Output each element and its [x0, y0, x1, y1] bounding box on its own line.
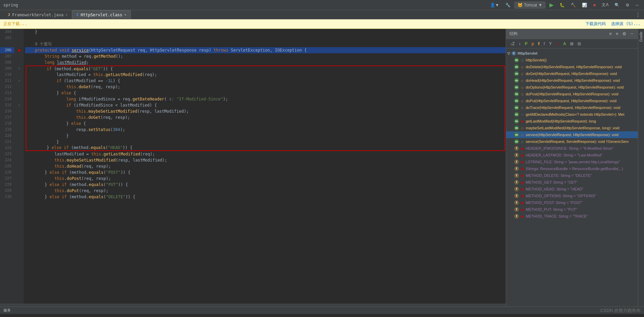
settings-btn[interactable]: ⚙: [624, 2, 631, 8]
gutter-208: [17, 59, 22, 66]
code-lines[interactable]: } 9 个重写 protected void service(HttpServl…: [24, 29, 506, 200]
line-213: } else {: [26, 90, 505, 96]
debug-btn[interactable]: 🐛: [558, 2, 567, 8]
gutter-221: [17, 139, 22, 145]
tree-item-doput[interactable]: m ◇ doPut(HttpServletRequest, HttpServle…: [506, 97, 638, 104]
tree-item-service-http[interactable]: m ◇ service(HttpServletRequest, HttpServ…: [506, 131, 638, 138]
translate-btn[interactable]: 文A: [600, 1, 610, 8]
line-numbers: 204 205 206 207 208 209 210 211 212 213 …: [0, 29, 17, 304]
tree-item-dohead[interactable]: m ◇ doHead(HttpServletRequest, HttpServl…: [506, 77, 638, 84]
tree-item-field-method-get[interactable]: f ◆ METHOD_GET: String = "GET": [506, 179, 638, 186]
tree-item-field-lstring-file[interactable]: f ◆ LSTRING_FILE: String = "javax.servle…: [506, 158, 638, 165]
tree-item-field-method-post[interactable]: f ◆ METHOD_POST: String = "POST": [506, 199, 638, 206]
tree-item-field-lstrings[interactable]: f ◆ lStrings: ResourceBundle = ResourceB…: [506, 165, 638, 172]
stop-btn[interactable]: ■: [591, 2, 598, 8]
tree-item-doget[interactable]: m ◇ doGet(HttpServletRequest, HttpServle…: [506, 70, 638, 77]
gradle-tab-btn[interactable]: Gradle: [639, 30, 644, 43]
search-btn[interactable]: 🔍: [612, 2, 622, 8]
line-229: this.doPut(req, resp);: [25, 188, 506, 194]
select-source-btn[interactable]: 选择源 (S)...: [611, 21, 641, 27]
tree-item-dotrace[interactable]: m ◇ doTrace(HttpServletRequest, HttpServ…: [506, 104, 638, 111]
vis-private-f0: ◆: [520, 146, 524, 150]
tree-item-field-method-put[interactable]: f ◆ METHOD_PUT: String = "PUT": [506, 206, 638, 213]
tree-item-field-method-head[interactable]: f ◆ METHOD_HEAD: String = "HEAD": [506, 186, 638, 192]
tree-label-doget: doGet(HttpServletRequest, HttpServletRes…: [526, 72, 617, 76]
run-btn[interactable]: ▶: [547, 1, 556, 9]
panel-settings-btn[interactable]: ⚙: [621, 31, 628, 37]
fold-arrow-211[interactable]: ▽: [18, 79, 20, 82]
fold-arrow-215[interactable]: ▽: [18, 104, 20, 107]
vcs-btn[interactable]: 🔧: [503, 2, 512, 8]
gutter-222: [17, 145, 22, 151]
filter-public-btn[interactable]: P: [523, 41, 529, 47]
minimize-btn[interactable]: ─: [633, 2, 641, 8]
gutter-214: [17, 96, 22, 102]
line-204: }: [25, 29, 506, 35]
tree-label-dooptions: doOptions(HttpServletRequest, HttpServle…: [526, 85, 624, 89]
tree-item-field-method-delete[interactable]: f ◆ METHOD_DELETE: String = "DELETE": [506, 172, 638, 179]
collapse-btn[interactable]: ⊟: [576, 41, 582, 47]
root-arrow[interactable]: ▽: [507, 52, 510, 55]
tree-label-service-http: service(HttpServletRequest, HttpServletR…: [526, 133, 619, 137]
more-tabs-btn[interactable]: ⋮: [635, 12, 641, 18]
horizontal-scrollbar[interactable]: [0, 304, 506, 306]
download-bar: 正在下载... 下载源代码 选择源 (S)...: [0, 19, 644, 29]
ln-210: 210: [0, 72, 14, 78]
filter-fields-btn[interactable]: f: [542, 41, 546, 47]
filter-a-btn[interactable]: A: [562, 41, 567, 47]
status-left: 服务: [3, 308, 11, 313]
method-icon-6: m: [514, 98, 519, 103]
tree-label-dohead: doHead(HttpServletRequest, HttpServletRe…: [526, 78, 620, 82]
tree-item-field-method-options[interactable]: f ◆ METHOD_OPTIONS: String = "OPTIONS": [506, 192, 638, 199]
line-228: } else if (method.equals("PUT")) {: [25, 182, 506, 188]
fold-arrow-209[interactable]: ▽: [18, 67, 20, 70]
tomcat-btn[interactable]: 🐱 Tomcat ▼: [515, 2, 546, 8]
ln-223: 223: [0, 151, 14, 157]
tab2-close[interactable]: ×: [124, 13, 126, 17]
filter-circle-btn[interactable]: ○: [555, 40, 561, 48]
tree-item-maybesetlastmodified[interactable]: m ◇ maybeSetLastModified(HttpServletResp…: [506, 125, 638, 131]
tree-item-getlastmodified[interactable]: m ◆ getLastModified(HttpServletRequest):…: [506, 118, 638, 125]
line-226: } else if (method.equals("POST")) {: [25, 169, 506, 175]
tree-item-service-generic[interactable]: m ◇ service(ServletRequest, ServletRespo…: [506, 138, 638, 145]
panel-align-right-btn[interactable]: ≡: [608, 31, 613, 37]
tree-item-field-ifmodsince[interactable]: f ◆ HEADER_IFMODSINCE: String = "If-Modi…: [506, 145, 638, 152]
gutter-225: [17, 163, 22, 169]
tree-item-dopost[interactable]: m ◇ doPost(HttpServletRequest, HttpServl…: [506, 91, 638, 97]
panel-toolbar: ≡ ≡ ⚙ −: [608, 31, 635, 37]
build-btn[interactable]: 🔨: [569, 2, 578, 8]
tree-root-httpservlet[interactable]: ▽ C HttpServlet: [506, 50, 638, 57]
profile-btn[interactable]: 👤▼: [488, 2, 501, 8]
method-icon-12: m: [514, 139, 519, 144]
line-206: protected void service(HttpServletReques…: [25, 47, 506, 53]
download-actions: 下载源代码 选择源 (S)...: [585, 21, 641, 27]
coverage-btn[interactable]: 📊: [580, 2, 589, 8]
panel-align-center-btn[interactable]: ≡: [615, 31, 620, 37]
tab-httpservlet[interactable]: C HttpServlet.class ×: [72, 10, 130, 19]
sort-type-btn[interactable]: ↕: [517, 41, 522, 47]
panel-close-btn[interactable]: −: [629, 31, 635, 37]
breakpoint-icon[interactable]: ●: [18, 48, 20, 53]
tree-item-dooptions[interactable]: m ◇ doOptions(HttpServletRequest, HttpSe…: [506, 84, 638, 91]
tree-item-dodelete[interactable]: m ◇ doDelete(HttpServletRequest, HttpSer…: [506, 63, 638, 70]
tree-label-dopost: doPost(HttpServletRequest, HttpServletRe…: [526, 92, 618, 96]
gutter-230: [17, 194, 22, 200]
tree-item-getalldeclared[interactable]: m ○ getAllDeclaredMethods(Class<? extend…: [506, 111, 638, 118]
gutter-206: ●: [17, 47, 22, 53]
sort-alpha-btn[interactable]: ↓Z: [509, 41, 516, 47]
field-icon-1: f: [514, 153, 519, 157]
gutter-211: ▽: [17, 78, 22, 84]
download-source-btn[interactable]: 下载源代码: [585, 21, 606, 27]
structure-panel: 结构 ≡ ≡ ⚙ − ↓Z ↕ P p f f Y ○ A ⊞ ⊟: [506, 29, 638, 306]
expand-btn[interactable]: ⊞: [569, 41, 575, 47]
code-content: 204 205 206 207 208 209 210 211 212 213 …: [0, 29, 506, 304]
tree-item-constructor[interactable]: m ◇ HttpServlet(): [506, 57, 638, 63]
tree-item-field-lastmod[interactable]: f ◆ HEADER_LASTMOD: String = "Last-Modif…: [506, 152, 638, 158]
tab1-close[interactable]: ×: [65, 13, 67, 17]
vis-protected-4: ◇: [520, 85, 524, 89]
tree-item-field-method-trace[interactable]: f ◆ METHOD_TRACE: String = "TRACE": [506, 213, 638, 220]
filter-protected-btn[interactable]: p: [530, 41, 535, 47]
tab-framework-servlet[interactable]: J FrameworkServlet.java ×: [3, 10, 72, 19]
filter-private-btn[interactable]: f: [537, 41, 541, 47]
filter-y-btn[interactable]: Y: [548, 41, 553, 47]
